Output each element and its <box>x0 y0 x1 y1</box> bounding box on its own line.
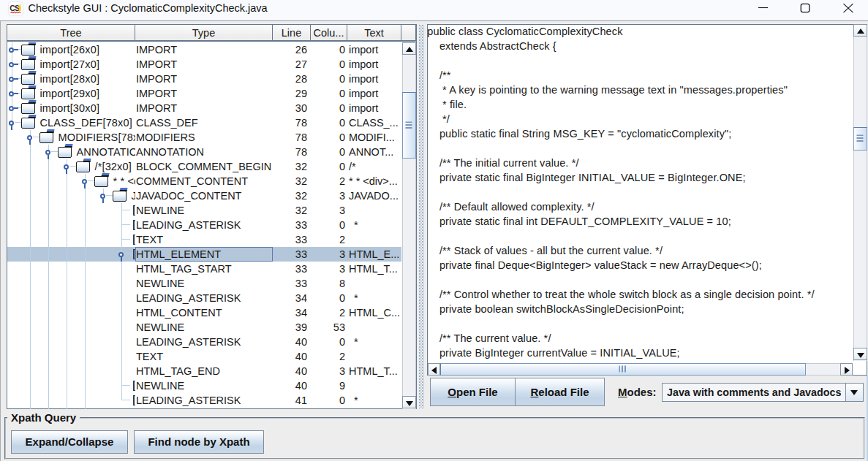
svg-text:CS: CS <box>10 4 20 12</box>
